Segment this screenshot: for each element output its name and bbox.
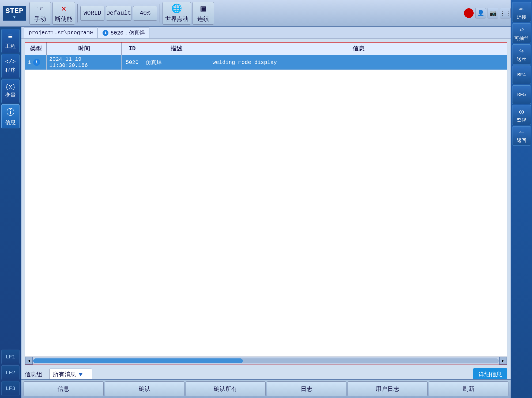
th-info: 信息 [210,43,507,55]
info-icon-sidebar: ⓘ [6,107,14,118]
right-return-button[interactable]: ← 返回 [512,126,531,146]
sidebar-item-project[interactable]: ≡ 工程 [1,29,20,53]
default-button[interactable]: Default [106,6,131,21]
grid-icon[interactable]: ⋮⋮ [500,8,511,18]
scroll-left-button[interactable]: ◀ [25,357,33,365]
camera-icon[interactable]: 📷 [488,8,498,18]
td-time: 2024-11-19 11:30:20.186 [47,55,122,70]
sidebar-item-info[interactable]: ⓘ 信息 [1,104,20,128]
td-description: 仿真焊 [143,55,210,70]
continuous-button[interactable]: ▣ 连续 [193,2,214,25]
refresh-button[interactable]: 刷新 [429,381,509,396]
program-icon: </> [5,59,16,65]
scroll-thumb[interactable] [33,358,243,363]
right-sidebar: ✏️ 焊接 ↩ 可抽丝 ↪ 送丝 RF4 RF5 ◎ 监视 ← 返回 [511,0,532,398]
info-tab-button[interactable]: 信息 [24,381,104,396]
confirm-button[interactable]: 确认 [105,381,185,396]
th-description: 描述 [143,43,210,55]
welding-icon: ✏️ [519,4,524,13]
disable-button[interactable]: ✕ 断使能 [52,2,75,25]
td-id: 5020 [122,55,143,70]
info-table: 类型 时间 ID 描述 信息 1 i [25,42,507,365]
disable-icon: ✕ [61,3,66,14]
wire-retract-icon: ↩ [519,25,524,34]
right-wire-feed-button[interactable]: ↪ 送丝 [512,44,531,64]
breadcrumb-info[interactable]: i 5020：仿真焊 [98,28,149,38]
record-button[interactable] [464,8,474,18]
separator-2 [160,4,160,22]
th-time: 时间 [47,43,122,55]
right-rf5-button[interactable]: RF5 [512,85,531,104]
user-icon[interactable]: 👤 [475,8,486,18]
scroll-track[interactable] [33,358,499,363]
sidebar-item-variable[interactable]: {x} 变量 [1,79,20,103]
variable-icon: {x} [5,84,16,90]
separator-1 [77,4,78,22]
log-button[interactable]: 日志 [267,381,347,396]
bottom-button-bar: 信息 确认 确认所有 日志 用户日志 刷新 [21,379,511,398]
right-rf4-button[interactable]: RF4 [512,66,531,84]
return-icon: ← [519,128,524,136]
monitor-icon: ◎ [519,107,524,116]
left-sidebar: ≡ 工程 </> 程序 {x} 变量 ⓘ 信息 LF1 LF2 LF3 [0,27,21,398]
top-toolbar: STEP ▼ ☞ 手动 ✕ 断使能 WORLD Default 40% 🌐 世界… [0,0,532,27]
right-monitor-button[interactable]: ◎ 监视 [512,105,531,125]
info-circle-icon: i [103,30,108,36]
group-dropdown[interactable]: 所有消息 [49,369,92,380]
td-row-num: 1 i [25,55,47,70]
speed-button[interactable]: 40% [133,6,157,21]
manual-button[interactable]: ☞ 手动 [29,2,51,25]
detail-info-button[interactable]: 详细信息 [473,368,507,381]
sidebar-item-program[interactable]: </> 程序 [1,54,20,78]
th-id: ID [122,43,143,55]
right-welding-button[interactable]: ✏️ 焊接 [512,2,531,22]
confirm-all-tab-button[interactable]: 确认所有 [186,381,266,396]
group-label: 信息组 [25,370,46,378]
table-body: 1 i 2024-11-19 11:30:20.186 5020 仿真焊 wel… [25,55,507,357]
table-header: 类型 时间 ID 描述 信息 [25,43,507,55]
user-log-button[interactable]: 用户日志 [348,381,428,396]
world-button[interactable]: WORLD [80,6,104,21]
hand-icon: ☞ [38,3,43,14]
lf2-button[interactable]: LF2 [1,365,20,380]
row-info-icon: i [33,59,40,66]
breadcrumb-path[interactable]: project1.sr\program0 [24,28,97,38]
continuous-icon: ▣ [201,3,206,14]
lf3-button[interactable]: LF3 [1,381,20,396]
lf1-button[interactable]: LF1 [1,350,20,364]
th-type: 类型 [25,43,47,55]
table-row[interactable]: 1 i 2024-11-19 11:30:20.186 5020 仿真焊 wel… [25,55,507,70]
project-icon: ≡ [8,32,13,41]
world-jog-button[interactable]: 🌐 世界点动 [163,2,191,25]
right-wire-retract-button[interactable]: ↩ 可抽丝 [512,23,531,43]
info-group-row: 信息组 所有消息 详细信息 [25,368,507,381]
toolbar-icon-cluster: 👤 📷 ⋮⋮ [464,8,511,18]
wire-feed-icon: ↪ [519,46,524,55]
breadcrumb-bar: project1.sr\program0 i 5020：仿真焊 [21,27,511,39]
main-area: 类型 时间 ID 描述 信息 1 i [21,39,511,398]
scroll-right-button[interactable]: ▶ [499,357,507,365]
step-label: STEP ▼ [3,6,26,21]
horizontal-scrollbar[interactable]: ◀ ▶ [25,357,507,365]
globe-icon: 🌐 [171,3,182,14]
td-info: welding mode display [210,55,507,70]
dropdown-arrow-icon [78,373,83,376]
